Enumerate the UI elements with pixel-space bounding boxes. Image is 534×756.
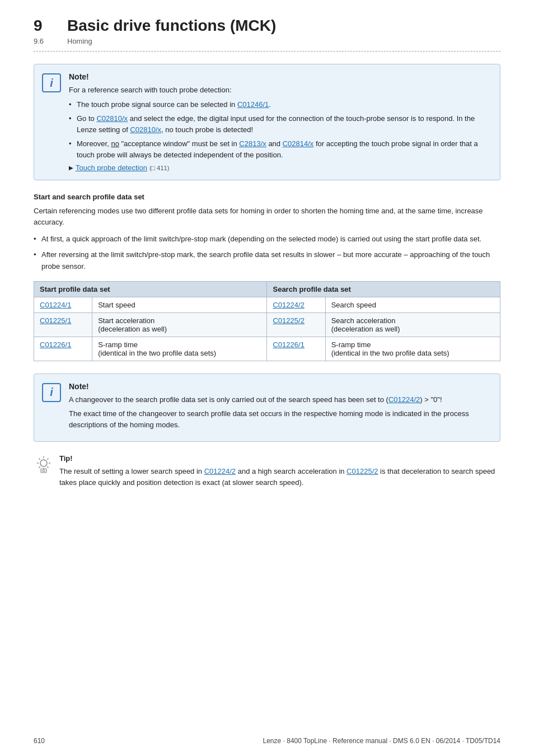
bullet-2: After reversing at the limit switch/pre-… — [34, 249, 500, 272]
note-content-1: Note! For a reference search with touch … — [69, 72, 491, 172]
note-title-2: Note! — [69, 382, 491, 391]
doc-info: Lenze · 8400 TopLine · Reference manual … — [263, 737, 500, 745]
table-cell-start-speed: Start speed — [92, 297, 267, 312]
note-intro: For a reference search with touch probe … — [69, 85, 491, 96]
svg-line-6 — [47, 467, 48, 468]
link-c2813[interactable]: C2813/x — [239, 139, 266, 148]
note-item-3-mid: and — [266, 139, 283, 148]
tip-text-mid: and a high search acceleration in — [236, 467, 346, 475]
note-item-2: Go to C02810/x and select the edge, the … — [69, 113, 491, 135]
note-item-3: Moreover, no "acceptance window" must be… — [69, 138, 491, 160]
section-heading: Start and search profile data set — [34, 193, 500, 201]
table-cell-search-accel: Search acceleration(deceleration as well… — [325, 312, 500, 337]
sub-header: 9.6 Homing — [34, 37, 500, 45]
chapter-number: 9 — [34, 17, 56, 35]
page-footer: 610 Lenze · 8400 TopLine · Reference man… — [0, 737, 534, 745]
note-box-2: i Note! A changeover to the search profi… — [34, 374, 500, 442]
link-c01225-2[interactable]: C01225/2 — [273, 316, 304, 325]
table-cell-sramp-left: S-ramp time(identical in the two profile… — [92, 337, 267, 361]
table-row: C01224/1 Start speed C01224/2 Search spe… — [34, 297, 500, 312]
touch-probe-detection-link[interactable]: Touch probe detection — [76, 164, 147, 172]
divider — [34, 51, 500, 52]
link-c01225-1[interactable]: C01225/1 — [40, 316, 71, 325]
link-c01225-2-tip[interactable]: C01225/2 — [346, 467, 378, 475]
table-cell-c01225-1-link: C01225/1 — [34, 312, 92, 337]
link-c02810-2[interactable]: C02810/x — [130, 125, 161, 134]
note-item-1-text: The touch probe signal source can be sel… — [77, 100, 237, 109]
page-number: 610 — [34, 737, 45, 745]
link-c01246[interactable]: C01246/1 — [237, 100, 269, 109]
chapter-title: Basic drive functions (MCK) — [67, 17, 276, 35]
note-item-1: The touch probe signal source can be sel… — [69, 99, 491, 110]
note-title-1: Note! — [69, 72, 491, 81]
table-col2-header: Search profile data set — [267, 281, 500, 297]
table-col1-header: Start profile data set — [34, 281, 267, 297]
link-c01226-1a[interactable]: C01226/1 — [40, 340, 71, 349]
note2-para1-text: A changeover to the search profile data … — [69, 395, 388, 404]
svg-point-0 — [40, 460, 47, 466]
tip-text-before: The result of setting a lower search spe… — [59, 467, 204, 475]
tip-box: Tip! The result of setting a lower searc… — [34, 454, 500, 488]
link-c02810-1[interactable]: C02810/x — [96, 114, 128, 123]
page: 9 Basic drive functions (MCK) 9.6 Homing… — [0, 0, 534, 534]
sub-title: Homing — [67, 37, 92, 45]
profile-table: Start profile data set Search profile da… — [34, 281, 500, 361]
link-c02814[interactable]: C02814/x — [283, 139, 314, 148]
svg-line-8 — [39, 467, 40, 468]
tip-content: Tip! The result of setting a lower searc… — [59, 454, 500, 488]
note-item-3-text: Moreover, no "acceptance window" must be… — [77, 139, 239, 148]
note2-para1: A changeover to the search profile data … — [69, 394, 491, 405]
arrow-link-ref: (□ 411) — [149, 165, 169, 171]
note2-para2: The exact time of the changeover to sear… — [69, 408, 491, 430]
link-c01226-1b[interactable]: C01226/1 — [273, 340, 304, 349]
table-cell-sramp-right: S-ramp time(identical in the two profile… — [325, 337, 500, 361]
note-item-2-after: , no touch probe is detected! — [161, 125, 253, 134]
link-c01224-1[interactable]: C01224/1 — [40, 301, 71, 309]
svg-line-5 — [39, 459, 40, 460]
arrow-link: Touch probe detection (□ 411) — [69, 164, 491, 172]
bullet-1: At first, a quick approach of the limit … — [34, 234, 500, 245]
tip-icon-svg — [34, 454, 54, 474]
note-box-1: i Note! For a reference search with touc… — [34, 64, 500, 180]
tip-icon — [34, 454, 54, 474]
note-icon-2: i — [42, 383, 61, 402]
section-bullets: At first, a quick approach of the limit … — [34, 234, 500, 272]
chapter-header: 9 Basic drive functions (MCK) — [34, 17, 500, 35]
table-cell-c01224-1-link: C01224/1 — [34, 297, 92, 312]
table-cell-c01225-2-link: C01225/2 — [267, 312, 325, 337]
note-item-2-text: Go to — [77, 114, 96, 123]
table-cell-c01226-1-link: C01226/1 — [34, 337, 92, 361]
table-row: C01226/1 S-ramp time(identical in the tw… — [34, 337, 500, 361]
link-c01224-2[interactable]: C01224/2 — [273, 301, 304, 309]
link-c01224-2-note2[interactable]: C01224/2 — [388, 395, 420, 404]
svg-line-7 — [47, 459, 48, 460]
note-icon-1: i — [42, 73, 61, 92]
note-list-1: The touch probe signal source can be sel… — [69, 99, 491, 161]
note-content-2: Note! A changeover to the search profile… — [69, 382, 491, 434]
section-intro: Certain referencing modes use two differ… — [34, 206, 500, 228]
tip-title: Tip! — [59, 454, 500, 463]
link-c01224-2-tip[interactable]: C01224/2 — [204, 467, 236, 475]
note-item-1-after: . — [269, 100, 271, 109]
table-cell-start-accel: Start acceleration(deceleration as well) — [92, 312, 267, 337]
tip-text: The result of setting a lower search spe… — [59, 466, 500, 488]
sub-number: 9.6 — [34, 37, 56, 45]
table-cell-search-speed: Search speed — [325, 297, 500, 312]
table-row: C01225/1 Start acceleration(deceleration… — [34, 312, 500, 337]
table-cell-c01226-1b-link: C01226/1 — [267, 337, 325, 361]
note2-para1-after: ) > "0"! — [420, 395, 442, 404]
table-cell-c01224-2-link: C01224/2 — [267, 297, 325, 312]
